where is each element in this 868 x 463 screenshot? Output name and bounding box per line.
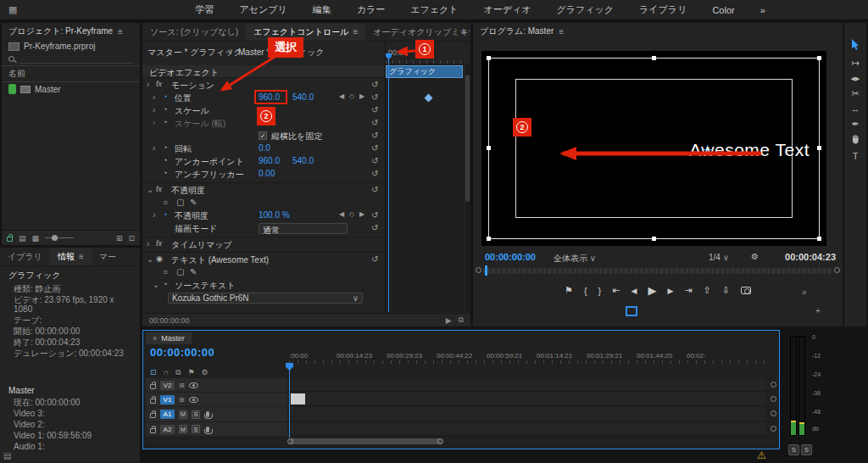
reset-icon[interactable]: ↺ bbox=[371, 131, 378, 140]
chevron-right-icon[interactable]: › bbox=[153, 92, 155, 102]
track-scroll-handle[interactable] bbox=[771, 396, 776, 402]
fx-badge-icon[interactable]: fx bbox=[156, 239, 162, 248]
playback-resolution-dropdown[interactable]: 1/4 ∨ bbox=[709, 253, 729, 262]
antiflicker-value[interactable]: 0.00 bbox=[259, 169, 275, 178]
reset-icon[interactable]: ↺ bbox=[371, 80, 378, 89]
razor-tool-icon[interactable]: ✂ bbox=[844, 88, 866, 99]
position-y-value[interactable]: 540.0 bbox=[292, 92, 314, 102]
tab-source-monitor[interactable]: ソース: (クリップなし) bbox=[142, 23, 246, 41]
track-badge-v1[interactable]: V1 bbox=[160, 395, 175, 404]
property-label[interactable]: 描画モード bbox=[175, 223, 217, 235]
tab-effect-controls[interactable]: エフェクトコントロール≡ bbox=[246, 23, 365, 41]
effect-row-blend-mode[interactable]: 描画モード 通常∨ ↺ bbox=[142, 222, 384, 235]
reset-icon[interactable]: ↺ bbox=[371, 169, 378, 178]
reset-icon[interactable]: ↺ bbox=[371, 92, 378, 102]
chevron-right-icon[interactable]: › bbox=[153, 105, 155, 114]
scrub-zoom-handle-left[interactable] bbox=[476, 267, 481, 273]
effect-row-uniform-scale[interactable]: ✓ 縦横比を固定 ↺ bbox=[142, 130, 384, 142]
stopwatch-icon[interactable]: ◔ bbox=[163, 156, 167, 165]
lock-icon[interactable] bbox=[150, 413, 156, 418]
effect-vertical-scrollbar[interactable] bbox=[465, 64, 470, 312]
add-marker-icon[interactable]: ⚑ bbox=[187, 368, 194, 377]
ripple-edit-tool-icon[interactable]: ◀▶ bbox=[844, 73, 866, 84]
pen-tool-icon[interactable]: ✒ bbox=[844, 119, 866, 130]
rotation-value[interactable]: 0.0 bbox=[259, 143, 270, 153]
fx-badge-icon[interactable]: fx bbox=[156, 185, 162, 193]
track-header-a1[interactable]: A1 M S bbox=[146, 407, 287, 421]
export-frame-icon[interactable] bbox=[741, 287, 751, 294]
column-header-name[interactable]: 名前 bbox=[2, 65, 140, 82]
ellipse-mask-icon[interactable]: ○ bbox=[163, 198, 168, 207]
sync-lock-icon[interactable]: ⊞ bbox=[179, 396, 185, 404]
close-icon[interactable]: × bbox=[153, 334, 157, 343]
eye-icon[interactable] bbox=[189, 382, 198, 388]
graphic-overlay-text[interactable]: Awesome Text bbox=[689, 140, 810, 160]
track-header-v1[interactable]: V1 ⊞ bbox=[146, 393, 287, 406]
zoom-level-dropdown[interactable]: 全体表示 ∨ bbox=[554, 253, 596, 265]
timeline-timecode[interactable]: 00:00:00:00 bbox=[150, 346, 214, 359]
program-playhead[interactable] bbox=[485, 265, 487, 276]
menu-item-color-en[interactable]: Color bbox=[712, 5, 734, 15]
tab-audio-clip-mixer[interactable]: オーディオクリップミキサー: M bbox=[365, 23, 470, 41]
new-item-icon[interactable]: ⊡ bbox=[128, 234, 135, 243]
rect-mask-icon[interactable]: ▢ bbox=[176, 198, 184, 207]
track-lane-v2[interactable] bbox=[289, 378, 765, 392]
project-file-name[interactable]: Pr-Keyframe.prproj bbox=[24, 42, 95, 51]
program-monitor[interactable]: Awesome Text bbox=[481, 51, 826, 246]
panel-menu-icon[interactable]: ≡ bbox=[559, 27, 564, 36]
list-view-icon[interactable]: ▤ bbox=[19, 234, 26, 243]
step-forward-icon[interactable]: ▶ bbox=[667, 287, 673, 295]
stopwatch-icon[interactable]: ◔ bbox=[163, 210, 167, 219]
stopwatch-icon[interactable]: ◔ bbox=[163, 105, 167, 114]
effect-label[interactable]: テキスト (Awesome Text) bbox=[171, 254, 269, 266]
reset-icon[interactable]: ↺ bbox=[371, 210, 378, 220]
effect-label[interactable]: 不透明度 bbox=[171, 185, 205, 197]
effect-timeline-lane[interactable] bbox=[385, 64, 464, 312]
stopwatch-icon[interactable]: ◔ bbox=[163, 143, 167, 152]
chevron-right-icon[interactable]: › bbox=[153, 143, 155, 153]
tab-overflow-icon[interactable]: » bbox=[461, 27, 466, 36]
menu-item-effects[interactable]: エフェクト bbox=[410, 3, 458, 16]
play-around-icon[interactable]: ▶ bbox=[446, 316, 452, 325]
lock-icon[interactable] bbox=[150, 428, 156, 433]
resize-handle[interactable] bbox=[487, 56, 491, 60]
menu-item-editing[interactable]: 編集 bbox=[313, 3, 331, 16]
effect-row-anchor-point[interactable]: ◔ アンカーポイント 960.0 540.0 ↺ bbox=[142, 155, 384, 168]
sync-lock-icon[interactable]: ⊞ bbox=[179, 382, 185, 389]
panel-menu-icon[interactable]: ≡ bbox=[79, 252, 84, 261]
track-header-v2[interactable]: V2 ⊞ bbox=[146, 378, 287, 392]
timeline-playhead[interactable] bbox=[289, 363, 290, 438]
stopwatch-icon[interactable]: ◔ bbox=[163, 280, 167, 288]
chevron-down-icon[interactable]: ⌄ bbox=[147, 254, 153, 264]
menu-item-libraries[interactable]: ライブラリ bbox=[639, 3, 687, 16]
blend-mode-dropdown[interactable]: 通常∨ bbox=[259, 223, 348, 234]
effect-row-antiflicker[interactable]: ◔ アンチフリッカー 0.00 ↺ bbox=[142, 168, 384, 181]
menu-item-assembly[interactable]: アセンブリ bbox=[239, 3, 287, 16]
mark-in-icon[interactable]: { bbox=[584, 286, 587, 296]
chevron-right-icon[interactable]: › bbox=[153, 210, 155, 220]
timeline-settings-icon[interactable]: ⚙ bbox=[202, 368, 209, 377]
chevron-right-icon[interactable]: › bbox=[147, 239, 149, 248]
chevron-down-icon[interactable]: ∨ bbox=[227, 47, 233, 56]
mute-button[interactable]: M bbox=[179, 425, 187, 433]
effect-label[interactable]: モーション bbox=[171, 80, 214, 92]
track-scroll-handle[interactable] bbox=[771, 426, 776, 432]
solo-right-button[interactable]: S bbox=[801, 444, 812, 455]
property-label[interactable]: アンカーポイント bbox=[175, 156, 244, 168]
sequence-clip-label[interactable]: Master * グラフィック bbox=[238, 47, 324, 59]
selection-tool-icon[interactable] bbox=[844, 39, 866, 53]
pen-mask-icon[interactable]: ✎ bbox=[190, 198, 197, 207]
checkbox-label[interactable]: 縦横比を固定 bbox=[271, 131, 322, 142]
track-header-a2[interactable]: A2 M S bbox=[146, 422, 287, 436]
pen-mask-icon[interactable]: ✎ bbox=[190, 267, 197, 276]
fx-badge-icon[interactable]: fx bbox=[156, 80, 162, 88]
chevron-right-icon[interactable]: › bbox=[147, 80, 149, 89]
rect-mask-icon[interactable]: ▢ bbox=[176, 267, 184, 276]
uniform-scale-checkbox[interactable]: ✓ bbox=[259, 131, 267, 140]
effect-playhead[interactable] bbox=[388, 53, 389, 312]
menu-item-audio[interactable]: オーディオ bbox=[484, 3, 531, 16]
audio-meter-left[interactable] bbox=[790, 336, 797, 436]
reset-icon[interactable]: ↺ bbox=[371, 254, 378, 264]
resize-handle[interactable] bbox=[487, 237, 491, 241]
goto-out-icon[interactable]: ⇥ bbox=[684, 285, 692, 296]
